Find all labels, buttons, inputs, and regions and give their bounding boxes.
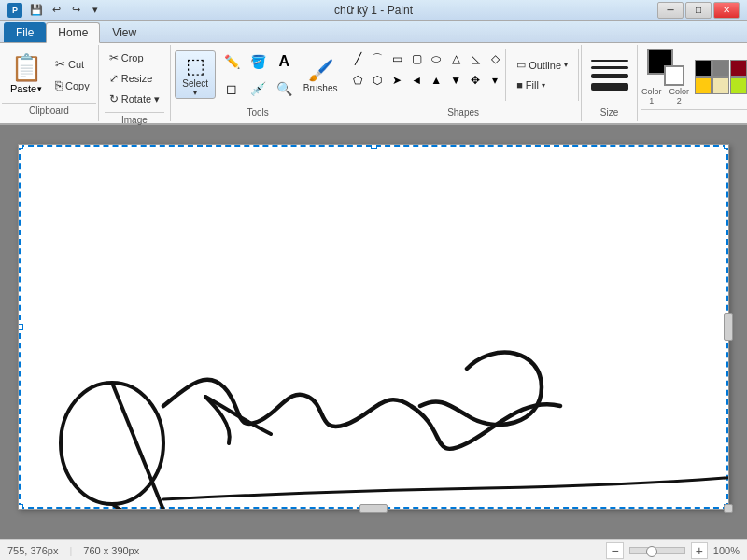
paste-icon: 📋: [10, 55, 43, 81]
size-1[interactable]: [591, 60, 628, 62]
window-title: chữ ký 1 - Paint: [334, 4, 413, 17]
size-4[interactable]: [591, 83, 628, 91]
shape-4arrow[interactable]: ✥: [465, 70, 486, 91]
window-controls: ─ □ ✕: [657, 2, 740, 19]
resize-icon: ⤢: [109, 72, 119, 85]
palette-grid: [695, 60, 747, 94]
zoom-controls: − + 100%: [606, 542, 740, 559]
minimize-button[interactable]: ─: [657, 2, 684, 19]
outline-icon: ▭: [516, 59, 526, 71]
size-label: Size: [587, 105, 631, 118]
image-group: ✂ Crop ⤢ Resize ↻ Rotate ▾ Image: [99, 45, 171, 121]
color2-swatch[interactable]: [664, 65, 684, 86]
size-3[interactable]: [591, 74, 628, 78]
color-swatch-item[interactable]: [712, 77, 729, 94]
shape-right-triangle[interactable]: ◺: [465, 49, 486, 69]
shape-hexagon[interactable]: ⬡: [367, 70, 388, 91]
ribbon-tabs: File Home View: [0, 21, 747, 43]
shape-curve[interactable]: ⌒: [367, 49, 388, 69]
tools-label: Tools: [175, 105, 341, 118]
colors-label: Colors: [641, 109, 747, 122]
shape-arrow-down[interactable]: ▼: [445, 70, 466, 91]
save-button[interactable]: 💾: [28, 2, 45, 19]
redo-button[interactable]: ↪: [67, 2, 84, 19]
color-swatch-item[interactable]: [695, 77, 712, 94]
eraser-button[interactable]: ◻: [219, 77, 244, 101]
shape-triangle[interactable]: △: [445, 49, 466, 69]
shape-rect[interactable]: ▭: [387, 49, 407, 69]
shapes-content: ╱ ⌒ ▭ ▢ ⬭ △ ◺ ◇ ⬠ ⬡ ➤ ◄ ▲ ▼ ✥ ▾ ▭: [347, 49, 579, 101]
pencil-button[interactable]: ✏️: [219, 49, 244, 74]
customize-quick-access-button[interactable]: ▾: [87, 2, 104, 19]
clipboard-group: 📋 Paste ▾ ✂ Cut ⎘ Copy Clipboard: [0, 45, 99, 121]
resize-handle-right[interactable]: [724, 313, 733, 341]
canvas-area[interactable]: [0, 125, 747, 539]
colors-content: Color 1 Color 2: [641, 49, 747, 105]
fill-button[interactable]: 🪣: [246, 49, 270, 74]
shape-ellipse[interactable]: ⬭: [426, 49, 446, 69]
colors-group: Color 1 Color 2 Colors: [638, 45, 747, 121]
zoom-in-button[interactable]: +: [691, 542, 708, 559]
shapes-group: ╱ ⌒ ▭ ▢ ⬭ △ ◺ ◇ ⬠ ⬡ ➤ ◄ ▲ ▼ ✥ ▾ ▭: [345, 45, 582, 121]
fill-arrow: ▾: [542, 81, 545, 90]
tab-view[interactable]: View: [100, 22, 148, 42]
quick-access-toolbar: 💾 ↩ ↪ ▾: [28, 2, 104, 19]
color2-label: Color 2: [669, 87, 690, 105]
resize-handle-bottom[interactable]: [359, 504, 388, 513]
close-button[interactable]: ✕: [713, 2, 740, 19]
color-swatch-item[interactable]: [695, 60, 712, 77]
shape-pentagon[interactable]: ⬠: [347, 70, 368, 91]
paste-dropdown-arrow[interactable]: ▾: [37, 84, 42, 93]
maximize-button[interactable]: □: [685, 2, 712, 19]
zoom-thumb[interactable]: [646, 546, 657, 557]
select-icon: ⬚: [186, 54, 205, 78]
app-icon: P: [7, 3, 22, 18]
tab-file[interactable]: File: [4, 22, 46, 42]
shape-line[interactable]: ╱: [347, 49, 368, 69]
shapes-outline-fill: ▭ Outline ▾ ■ Fill ▾: [505, 49, 579, 101]
size-2[interactable]: [591, 66, 628, 69]
resize-handle-corner[interactable]: [724, 504, 733, 513]
color1-label: Color 1: [641, 87, 662, 105]
tools-secondary: ✏️ 🪣 A ◻ 💉 🔍: [219, 49, 296, 101]
resize-button[interactable]: ⤢ Resize: [105, 69, 164, 88]
undo-button[interactable]: ↩: [48, 2, 64, 19]
shape-arrow-up[interactable]: ▲: [426, 70, 446, 91]
picker-button[interactable]: 💉: [246, 77, 270, 101]
tools-group: ⬚ Select ▾ ✏️ 🪣 A ◻ 💉 🔍 🖌️: [171, 45, 345, 121]
cut-button[interactable]: ✂ Cut: [50, 54, 94, 74]
size-group: Size: [582, 45, 638, 121]
shape-arrow-left[interactable]: ◄: [406, 70, 427, 91]
brushes-button[interactable]: 🖌️ Brushes: [300, 55, 341, 95]
clipboard-right: ✂ Cut ⎘ Copy: [50, 52, 94, 97]
size-options: [591, 49, 628, 101]
paste-label: Paste: [10, 83, 36, 94]
crop-button[interactable]: ✂ Crop: [105, 49, 164, 67]
shape-more[interactable]: ▾: [485, 70, 503, 91]
titlebar: P 💾 ↩ ↪ ▾ chữ ký 1 - Paint ─ □ ✕: [0, 0, 747, 21]
paste-button[interactable]: 📋 Paste ▾: [4, 52, 49, 97]
color-swatch-item[interactable]: [730, 77, 747, 94]
shape-diamond[interactable]: ◇: [485, 49, 503, 69]
zoom-slider[interactable]: [629, 547, 685, 554]
shapes-label: Shapes: [347, 105, 579, 118]
copy-icon: ⎘: [55, 78, 63, 92]
shape-arrow-right[interactable]: ➤: [387, 70, 407, 91]
color-swatch-item[interactable]: [730, 60, 747, 77]
statusbar: 755, 376px | 760 x 390px − + 100%: [0, 539, 747, 560]
color-swatch-item[interactable]: [712, 60, 729, 77]
text-button[interactable]: A: [272, 49, 296, 74]
select-button[interactable]: ⬚ Select ▾: [175, 50, 216, 99]
shape-rounded-rect[interactable]: ▢: [406, 49, 427, 69]
magnifier-button[interactable]: 🔍: [272, 77, 296, 101]
canvas[interactable]: [19, 145, 728, 509]
zoom-out-button[interactable]: −: [606, 542, 623, 559]
clipboard-label: Clipboard: [2, 103, 96, 118]
zoom-level: 100%: [713, 545, 740, 556]
tab-home[interactable]: Home: [46, 22, 100, 43]
rotate-button[interactable]: ↻ Rotate ▾: [105, 90, 164, 108]
outline-button[interactable]: ▭ Outline ▾: [512, 56, 572, 74]
tools-row: ⬚ Select ▾ ✏️ 🪣 A ◻ 💉 🔍 🖌️: [175, 49, 341, 101]
copy-button[interactable]: ⎘ Copy: [50, 76, 94, 95]
fill-button[interactable]: ■ Fill ▾: [512, 77, 572, 93]
